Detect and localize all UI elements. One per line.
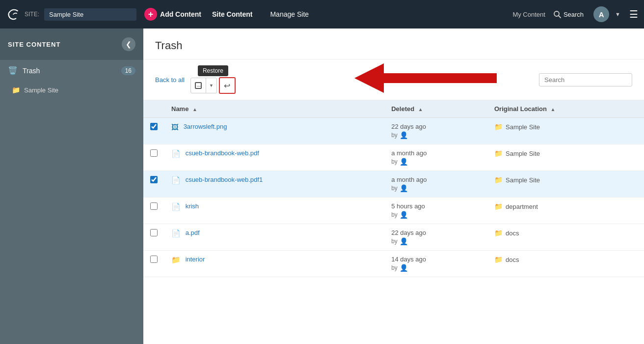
row-checkbox[interactable]: [150, 256, 158, 263]
table-row: 📁 interior 14 days ago by 👤 📁 docs: [143, 251, 644, 277]
file-name-link[interactable]: interior: [186, 256, 205, 263]
checkbox-dropdown-arrow[interactable]: ▼: [206, 83, 216, 88]
row-checkbox-cell[interactable]: [143, 118, 164, 144]
location-name: department: [506, 203, 538, 210]
location-folder-icon: 📁: [494, 202, 503, 210]
row-name-cell: 📄 csueb-brandbook-web.pdf: [164, 144, 384, 171]
back-to-all-button[interactable]: Back to all: [155, 76, 185, 84]
col-location[interactable]: Original Location ▲: [487, 100, 644, 118]
location-folder-icon: 📁: [494, 176, 503, 184]
row-checkbox[interactable]: [150, 229, 158, 236]
file-name-link[interactable]: 3arrowsleft.png: [184, 123, 227, 130]
col-name[interactable]: Name ▲: [164, 100, 384, 118]
avatar-chevron-icon[interactable]: ▼: [615, 11, 620, 17]
add-content-button[interactable]: + Add Content: [144, 8, 201, 21]
location-folder-icon: 📁: [494, 229, 503, 237]
logo-icon[interactable]: [6, 7, 21, 22]
row-location-cell: 📁 Sample Site: [487, 144, 644, 171]
select-all-checkbox-dropdown[interactable]: — ▼: [190, 78, 217, 93]
deleted-time: 22 days ago: [391, 229, 481, 236]
by-label: by: [391, 132, 398, 139]
select-all-checkbox-part[interactable]: —: [191, 78, 206, 93]
deleted-time: 5 hours ago: [391, 202, 481, 210]
deleted-time: a month ago: [391, 176, 481, 183]
deleted-by: by 👤: [391, 237, 481, 245]
my-content-button[interactable]: My Content: [512, 11, 545, 18]
location-value: 📁 department: [494, 202, 637, 210]
trash-icon: 🗑️: [8, 66, 18, 75]
sidebar-item-label: Trash: [23, 67, 121, 75]
manage-site-nav[interactable]: Manage Site: [263, 10, 316, 18]
site-name-input[interactable]: [44, 8, 136, 21]
deleted-time: 22 days ago: [391, 123, 481, 130]
hamburger-menu-button[interactable]: ☰: [629, 8, 638, 20]
by-label: by: [391, 238, 398, 245]
row-location-cell: 📁 department: [487, 198, 644, 224]
row-checkbox-cell[interactable]: [143, 144, 164, 171]
site-label: SITE:: [25, 11, 39, 18]
row-name-cell: 📄 krish: [164, 198, 384, 224]
row-checkbox[interactable]: [150, 149, 158, 157]
col-deleted[interactable]: Deleted ▲: [384, 100, 487, 118]
by-label: by: [391, 211, 398, 218]
file-name-link[interactable]: csueb-brandbook-web.pdf1: [186, 176, 263, 183]
deleted-by: by 👤: [391, 184, 481, 192]
trash-badge: 16: [121, 66, 135, 75]
restore-icon: ↩: [224, 81, 230, 90]
search-input[interactable]: [539, 73, 632, 86]
restore-button[interactable]: ↩: [219, 77, 236, 94]
location-value: 📁 Sample Site: [494, 176, 637, 184]
row-name-cell: 📁 interior: [164, 251, 384, 277]
site-content-nav[interactable]: Site Content: [205, 10, 259, 18]
user-icon: 👤: [400, 237, 408, 245]
sidebar-title: SITE CONTENT: [8, 41, 60, 48]
row-location-cell: 📁 Sample Site: [487, 118, 644, 144]
deleted-by: by 👤: [391, 264, 481, 272]
location-sort-icon: ▲: [551, 107, 556, 112]
svg-marker-2: [354, 63, 497, 93]
row-checkbox[interactable]: [150, 202, 158, 210]
file-name-link[interactable]: krish: [186, 202, 199, 210]
location-value: 📁 Sample Site: [494, 149, 637, 157]
sidebar-item-sample-site[interactable]: 📁 Sample Site: [0, 81, 143, 99]
table-row: 📄 csueb-brandbook-web.pdf a month ago by…: [143, 144, 644, 171]
location-name: Sample Site: [506, 123, 540, 131]
row-checkbox-cell[interactable]: [143, 171, 164, 198]
row-name-cell: 📄 a.pdf: [164, 224, 384, 251]
sidebar-subitem-label: Sample Site: [24, 86, 58, 94]
user-icon: 👤: [400, 158, 408, 166]
row-checkbox-cell[interactable]: [143, 251, 164, 277]
sidebar: SITE CONTENT ❮ 🗑️ Trash 16 📁 Sample Site: [0, 29, 143, 344]
file-icon: 📄: [171, 176, 181, 185]
row-checkbox[interactable]: [150, 123, 158, 130]
row-deleted-cell: 22 days ago by 👤: [384, 118, 487, 144]
row-checkbox-cell[interactable]: [143, 198, 164, 224]
file-icon: 📄: [171, 149, 181, 158]
row-location-cell: 📁 Sample Site: [487, 171, 644, 198]
deleted-sort-icon: ▲: [418, 107, 423, 112]
col-checkbox: [143, 100, 164, 118]
row-checkbox[interactable]: [150, 176, 158, 183]
file-name-link[interactable]: a.pdf: [186, 229, 200, 236]
sidebar-item-trash[interactable]: 🗑️ Trash 16: [0, 60, 143, 81]
location-folder-icon: 📁: [494, 256, 503, 263]
user-icon: 👤: [400, 184, 408, 192]
search-nav-button[interactable]: Search: [553, 10, 584, 18]
deleted-by: by 👤: [391, 131, 481, 139]
top-navigation: SITE: + Add Content Site Content Manage …: [0, 0, 644, 29]
location-folder-icon: 📁: [494, 123, 503, 131]
sidebar-collapse-button[interactable]: ❮: [122, 37, 135, 51]
row-location-cell: 📁 docs: [487, 224, 644, 251]
user-icon: 👤: [400, 131, 408, 139]
deleted-by: by 👤: [391, 211, 481, 219]
row-name-cell: 🖼 3arrowsleft.png: [164, 118, 384, 144]
file-name-link[interactable]: csueb-brandbook-web.pdf: [186, 149, 259, 157]
annotation-arrow: [354, 63, 497, 93]
row-deleted-cell: a month ago by 👤: [384, 171, 487, 198]
toolbar: Back to all Restore — ▼: [143, 59, 644, 100]
row-deleted-cell: 14 days ago by 👤: [384, 251, 487, 277]
file-icon: 🖼: [171, 123, 179, 131]
table-row: 📄 csueb-brandbook-web.pdf1 a month ago b…: [143, 171, 644, 198]
avatar[interactable]: A: [593, 6, 609, 22]
row-checkbox-cell[interactable]: [143, 224, 164, 251]
